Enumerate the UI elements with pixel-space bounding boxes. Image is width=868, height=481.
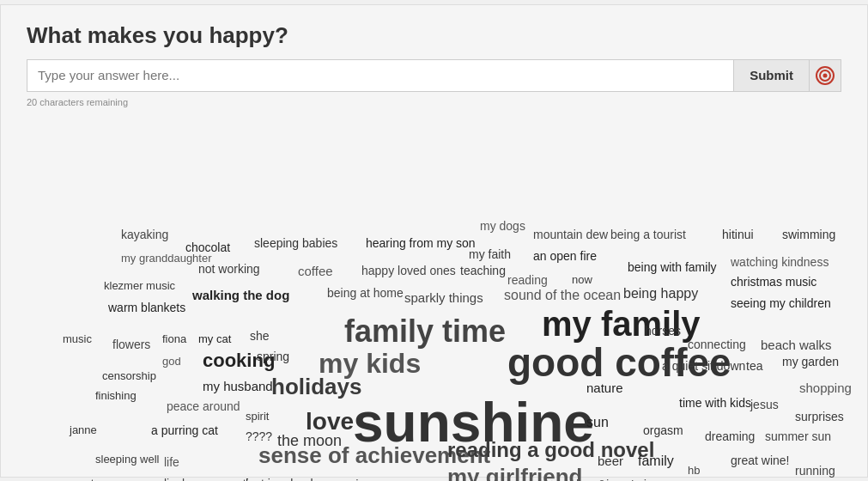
word-item[interactable]: beer [598, 454, 623, 468]
word-item[interactable]: the moon [277, 432, 342, 450]
word-item[interactable]: being a tourist [610, 228, 686, 241]
word-item[interactable]: connecting [688, 338, 746, 351]
word-item[interactable]: klezmer music [104, 279, 175, 292]
word-item[interactable]: jesus [750, 398, 779, 411]
word-item[interactable]: mountain dew [533, 228, 608, 241]
word-item[interactable]: not working [198, 262, 260, 276]
word-item[interactable]: family [638, 454, 674, 469]
word-item[interactable]: hearing from my son [366, 236, 476, 250]
word-item[interactable]: sleeping well [95, 453, 159, 466]
word-item[interactable]: reading a good novel [447, 438, 654, 462]
word-item[interactable]: being at home [327, 286, 404, 300]
word-item[interactable]: ben&jerry's icecream [576, 477, 696, 482]
word-item[interactable]: summer sun [765, 429, 831, 443]
page-title: What makes you happy? [27, 22, 841, 49]
word-item[interactable]: watching kindness [731, 255, 829, 269]
word-item[interactable]: happy loved ones [361, 264, 456, 277]
main-container: What makes you happy? Submit 20 characte… [0, 4, 868, 478]
word-item[interactable]: life [164, 455, 179, 469]
word-item[interactable]: tea [746, 359, 762, 373]
word-item[interactable]: seeing my children [731, 296, 831, 310]
word-item[interactable]: puppies [327, 477, 373, 482]
word-item[interactable]: surprises [795, 410, 844, 423]
submit-button[interactable]: Submit [733, 59, 809, 92]
word-item[interactable]: spring [257, 350, 289, 363]
word-item[interactable]: finishing [95, 389, 137, 402]
word-item[interactable]: walking the dog [192, 288, 289, 302]
word-item[interactable]: music [63, 332, 92, 345]
word-item[interactable]: my husband [203, 379, 273, 393]
word-item[interactable]: time with kids [679, 396, 751, 410]
word-item[interactable]: nature [586, 381, 623, 395]
word-item[interactable]: hb [688, 464, 700, 477]
word-item[interactable]: coffee [298, 264, 333, 278]
word-item[interactable]: god [162, 355, 181, 368]
word-cloud: sunshinegood coffeemy familyfamily timem… [27, 116, 842, 460]
answer-input[interactable] [27, 59, 733, 92]
word-item[interactable]: great wine! [731, 454, 789, 467]
word-item[interactable]: censorship [102, 369, 156, 382]
word-item[interactable]: sun [586, 415, 609, 430]
word-item[interactable]: my garden [782, 355, 839, 368]
char-count: 20 characters remaining [27, 97, 841, 107]
word-item[interactable]: being happy [623, 286, 698, 301]
target-icon-button[interactable] [809, 59, 841, 92]
word-item[interactable]: orgasm [643, 423, 683, 437]
word-item[interactable]: holidays [271, 374, 361, 400]
word-item[interactable]: sound of the ocean [504, 288, 621, 303]
word-item[interactable]: family time [344, 314, 506, 350]
word-item[interactable]: fiona [162, 332, 186, 345]
word-item[interactable]: horses [645, 324, 681, 338]
word-item[interactable]: dreaming [705, 429, 755, 443]
word-item[interactable]: an open fire [533, 249, 597, 263]
word-item[interactable]: my faith [469, 247, 511, 261]
word-item[interactable]: spirit [246, 410, 269, 423]
word-item[interactable]: warm blankets [108, 301, 185, 314]
word-item[interactable]: now [572, 273, 592, 286]
word-item[interactable]: a purring cat [151, 423, 218, 437]
word-item[interactable]: my girlfriend [447, 464, 582, 482]
word-item[interactable]: swimming [782, 228, 835, 241]
word-item[interactable]: my dogs [480, 219, 525, 233]
word-item[interactable]: janne [70, 423, 97, 436]
word-item[interactable]: peace around [167, 399, 240, 413]
word-item[interactable]: hitinui [722, 228, 754, 241]
word-item[interactable]: my cat [198, 332, 231, 345]
word-item[interactable]: she [250, 329, 270, 343]
word-item[interactable]: sparkly things [404, 290, 483, 305]
word-item[interactable]: reading [507, 273, 548, 287]
word-item[interactable]: my cats [61, 477, 100, 482]
word-item[interactable]: lost in a book [246, 477, 317, 482]
input-row: Submit [27, 59, 841, 92]
word-item[interactable]: kayaking [121, 228, 168, 241]
word-item[interactable]: flowers [112, 338, 150, 351]
word-item[interactable]: shopping [799, 381, 852, 395]
word-item[interactable]: being with family [628, 260, 717, 274]
word-item[interactable]: teaching [460, 264, 506, 277]
target-icon [816, 66, 835, 85]
word-item[interactable]: a quiet sit down [662, 359, 745, 373]
svg-point-2 [823, 73, 828, 77]
word-item[interactable]: running [795, 464, 835, 478]
word-item[interactable]: christmas music [731, 275, 816, 289]
word-item[interactable]: sleeping babies [254, 236, 337, 250]
word-item[interactable]: ???? [246, 429, 272, 443]
word-item[interactable]: beach walks [761, 338, 832, 352]
